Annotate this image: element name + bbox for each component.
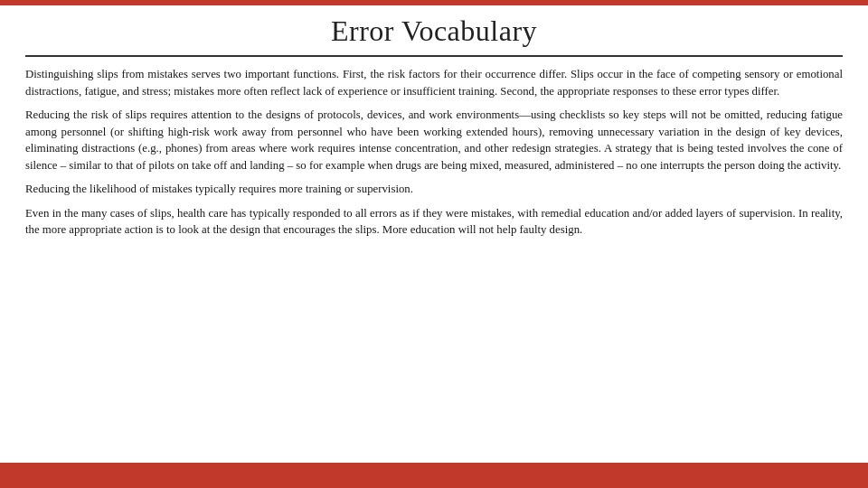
paragraph-3: Reducing the likelihood of mistakes typi… [25,181,843,198]
title-underline [25,55,843,57]
slide-container: Error Vocabulary Distinguishing slips fr… [0,0,868,488]
content-area: Error Vocabulary Distinguishing slips fr… [0,5,868,463]
paragraph-4: Even in the many cases of slips, health … [25,205,843,239]
paragraph-1: Distinguishing slips from mistakes serve… [25,66,843,99]
slide-title: Error Vocabulary [25,14,843,48]
paragraph-2: Reducing the risk of slips requires atte… [25,107,843,174]
bottom-decorative-bar [0,463,868,488]
